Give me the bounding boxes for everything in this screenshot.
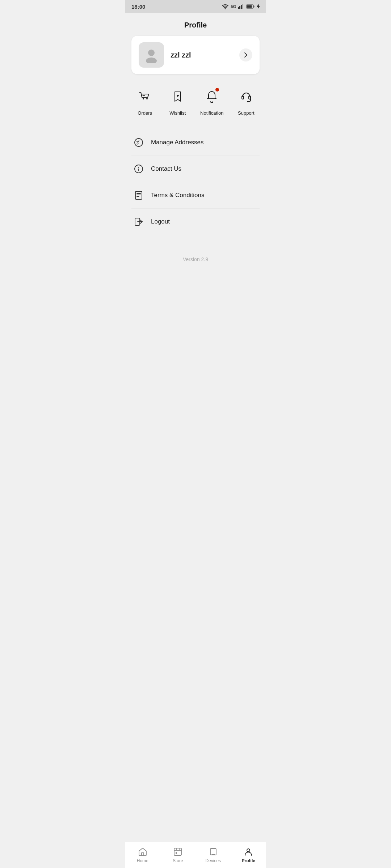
- orders-icon: [138, 89, 152, 104]
- status-icons: 5G: [222, 4, 260, 9]
- logout-label: Logout: [151, 218, 170, 225]
- svg-rect-1: [239, 6, 240, 9]
- wifi-icon: [222, 4, 229, 9]
- contact-us-icon: [134, 164, 144, 174]
- 5g-icon: 5G: [231, 4, 236, 9]
- avatar-icon: [143, 47, 159, 63]
- orders-icon-wrap: [135, 86, 155, 107]
- manage-addresses-label: Manage Addresses: [151, 139, 204, 146]
- svg-rect-6: [247, 5, 252, 8]
- svg-point-10: [146, 98, 148, 99]
- battery-icon: [246, 4, 255, 9]
- notification-label: Notification: [200, 110, 223, 116]
- svg-rect-17: [135, 191, 142, 199]
- terms-label: Terms & Conditions: [151, 192, 204, 199]
- svg-rect-3: [242, 4, 243, 9]
- version-text: Version 2.9: [125, 256, 266, 269]
- wishlist-action[interactable]: Wishlist: [168, 86, 188, 116]
- svg-rect-2: [241, 5, 242, 9]
- svg-point-7: [148, 50, 155, 56]
- svg-rect-5: [254, 6, 255, 8]
- support-action[interactable]: Support: [236, 86, 256, 116]
- svg-point-9: [143, 98, 144, 99]
- profile-chevron-button[interactable]: [239, 48, 252, 61]
- terms-item[interactable]: Terms & Conditions: [131, 182, 260, 209]
- quick-actions: Orders Wishlist Notification: [129, 83, 262, 119]
- avatar: [139, 42, 164, 68]
- status-bar: 18:00 5G: [125, 0, 266, 13]
- contact-us-item[interactable]: Contact Us: [131, 156, 260, 182]
- support-icon: [239, 89, 253, 104]
- wishlist-icon: [171, 89, 185, 104]
- user-name: zzl zzl: [171, 51, 191, 59]
- wishlist-label: Wishlist: [169, 110, 186, 116]
- orders-label: Orders: [138, 110, 152, 116]
- profile-card-left: zzl zzl: [139, 42, 191, 68]
- signal-icon: [238, 4, 244, 9]
- notification-icon: [205, 89, 219, 104]
- manage-addresses-icon: [134, 137, 144, 148]
- profile-card[interactable]: zzl zzl: [131, 36, 260, 74]
- logout-item[interactable]: Logout: [131, 209, 260, 235]
- notification-action[interactable]: Notification: [200, 86, 223, 116]
- wishlist-icon-wrap: [168, 86, 188, 107]
- orders-action[interactable]: Orders: [135, 86, 155, 116]
- page-title: Profile: [125, 13, 266, 36]
- notification-icon-wrap: [202, 86, 222, 107]
- svg-point-8: [146, 58, 157, 63]
- charging-icon: [257, 4, 260, 9]
- svg-point-14: [135, 139, 143, 146]
- contact-us-label: Contact Us: [151, 165, 181, 173]
- terms-icon: [134, 190, 144, 200]
- svg-rect-0: [238, 7, 239, 9]
- status-time: 18:00: [131, 4, 145, 10]
- menu-list: Manage Addresses Contact Us Terms & Cond…: [131, 129, 260, 235]
- manage-addresses-item[interactable]: Manage Addresses: [131, 129, 260, 156]
- chevron-right-icon: [244, 52, 248, 58]
- support-label: Support: [238, 110, 255, 116]
- svg-point-13: [247, 101, 248, 102]
- support-icon-wrap: [236, 86, 256, 107]
- logout-icon: [134, 217, 144, 227]
